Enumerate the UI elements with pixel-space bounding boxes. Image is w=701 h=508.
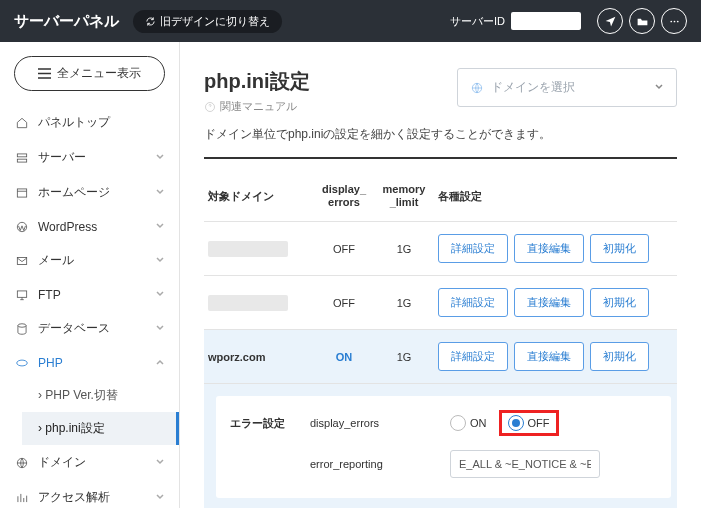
chevron-down-icon xyxy=(155,323,165,333)
sidebar-item-server[interactable]: サーバー xyxy=(0,140,179,175)
chevron-down-icon xyxy=(155,255,165,265)
display-errors-radio-group: ON OFF xyxy=(450,410,559,436)
help-icon xyxy=(204,101,216,113)
error-settings-panel: エラー設定 display_errors ON xyxy=(216,396,671,498)
chevron-down-icon xyxy=(155,152,165,162)
svg-rect-3 xyxy=(17,153,26,156)
main-content: php.ini設定 関連マニュアル ドメインを選択 ドメイン単位でphp.ini… xyxy=(180,42,701,508)
sidebar-item-analytics[interactable]: アクセス解析 xyxy=(0,480,179,508)
chevron-up-icon xyxy=(155,357,165,367)
chevron-down-icon xyxy=(155,492,165,502)
chevron-down-icon xyxy=(155,187,165,197)
col-display-errors: display_errors xyxy=(314,177,374,222)
sidebar-item-wordpress[interactable]: WordPress xyxy=(0,210,179,243)
domain-name: wporz.com xyxy=(204,330,314,384)
reset-button[interactable]: 初期化 xyxy=(590,234,649,263)
send-icon[interactable] xyxy=(597,8,623,34)
chart-icon xyxy=(14,490,29,505)
table-row: OFF 1G 詳細設定 直接編集 初期化 xyxy=(204,276,677,330)
sidebar: 全メニュー表示 パネルトップ サーバー ホームページ WordPress メール xyxy=(0,42,180,508)
reset-button[interactable]: 初期化 xyxy=(590,342,649,371)
brand-title: サーバーパネル xyxy=(14,12,119,31)
table-row: OFF 1G 詳細設定 直接編集 初期化 xyxy=(204,222,677,276)
svg-rect-4 xyxy=(17,159,26,162)
display-errors-key: display_errors xyxy=(310,417,450,429)
sidebar-sub-php-ini[interactable]: › php.ini設定 xyxy=(22,412,179,445)
sidebar-item-mail[interactable]: メール xyxy=(0,243,179,278)
window-icon xyxy=(14,185,29,200)
refresh-icon xyxy=(145,16,156,27)
domain-select[interactable]: ドメインを選択 xyxy=(457,68,677,107)
sidebar-item-domain[interactable]: ドメイン xyxy=(0,445,179,480)
svg-rect-5 xyxy=(17,188,26,196)
error-reporting-input[interactable] xyxy=(450,450,600,478)
detail-button[interactable]: 詳細設定 xyxy=(438,234,508,263)
old-design-toggle[interactable]: 旧デザインに切り替え xyxy=(133,10,282,33)
radio-on[interactable]: ON xyxy=(450,415,487,431)
sidebar-item-paneltop[interactable]: パネルトップ xyxy=(0,105,179,140)
folder-icon[interactable] xyxy=(629,8,655,34)
reset-button[interactable]: 初期化 xyxy=(590,288,649,317)
col-memory-limit: memory_limit xyxy=(374,177,434,222)
svg-point-0 xyxy=(670,20,672,22)
svg-rect-7 xyxy=(17,257,26,264)
detail-button[interactable]: 詳細設定 xyxy=(438,288,508,317)
divider xyxy=(204,157,677,159)
globe-icon xyxy=(14,455,29,470)
server-id-label: サーバーID xyxy=(450,14,505,29)
hamburger-icon xyxy=(38,68,51,79)
chevron-down-icon xyxy=(155,289,165,299)
manual-link[interactable]: 関連マニュアル xyxy=(204,99,310,114)
page-title: php.ini設定 xyxy=(204,68,310,95)
svg-point-2 xyxy=(676,20,678,22)
page-description: ドメイン単位でphp.iniの設定を細かく設定することができます。 xyxy=(204,126,677,143)
app-header: サーバーパネル 旧デザインに切り替え サーバーID xyxy=(0,0,701,42)
col-settings: 各種設定 xyxy=(434,177,677,222)
globe-icon xyxy=(470,81,484,95)
highlight-box: OFF xyxy=(499,410,559,436)
sidebar-item-database[interactable]: データベース xyxy=(0,311,179,346)
sidebar-item-homepage[interactable]: ホームページ xyxy=(0,175,179,210)
edit-button[interactable]: 直接編集 xyxy=(514,288,584,317)
chevron-down-icon xyxy=(654,82,664,92)
php-icon xyxy=(14,355,29,370)
table-row-active: wporz.com ON 1G 詳細設定 直接編集 初期化 xyxy=(204,330,677,384)
radio-off[interactable]: OFF xyxy=(508,415,550,431)
server-id-value xyxy=(511,12,581,30)
domain-redacted xyxy=(208,241,288,257)
section-label: エラー設定 xyxy=(230,416,310,431)
edit-button[interactable]: 直接編集 xyxy=(514,234,584,263)
col-domain: 対象ドメイン xyxy=(204,177,314,222)
home-icon xyxy=(14,115,29,130)
error-reporting-key: error_reporting xyxy=(310,458,450,470)
wordpress-icon xyxy=(14,219,29,234)
sidebar-sub-php-ver[interactable]: › PHP Ver.切替 xyxy=(22,379,179,412)
svg-point-9 xyxy=(17,323,25,327)
domain-table: 対象ドメイン display_errors memory_limit 各種設定 … xyxy=(204,177,677,508)
monitor-icon xyxy=(14,287,29,302)
database-icon xyxy=(14,321,29,336)
sidebar-item-php[interactable]: PHP xyxy=(0,346,179,379)
svg-point-1 xyxy=(673,20,675,22)
sidebar-item-ftp[interactable]: FTP xyxy=(0,278,179,311)
svg-rect-8 xyxy=(17,290,26,296)
mail-icon xyxy=(14,253,29,268)
chevron-down-icon xyxy=(155,221,165,231)
svg-point-10 xyxy=(16,360,27,366)
edit-button[interactable]: 直接編集 xyxy=(514,342,584,371)
chevron-down-icon xyxy=(155,457,165,467)
detail-button[interactable]: 詳細設定 xyxy=(438,342,508,371)
domain-redacted xyxy=(208,295,288,311)
all-menu-button[interactable]: 全メニュー表示 xyxy=(14,56,165,91)
server-icon xyxy=(14,150,29,165)
menu-dots-icon[interactable] xyxy=(661,8,687,34)
